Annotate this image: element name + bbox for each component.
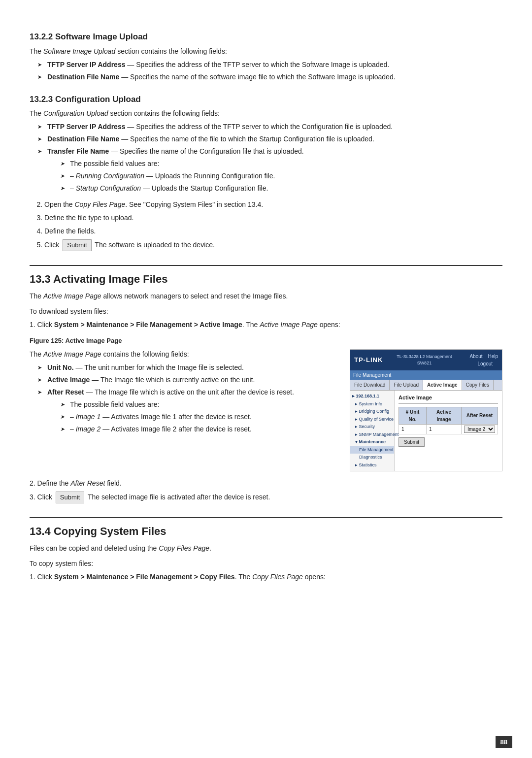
section-1323-bullets: TFTP Server IP Address — Specifies the a…	[30, 122, 502, 194]
section-134-step1: 1. Click System > Maintenance > File Man…	[30, 572, 502, 582]
sidebar-security[interactable]: ▸ Security	[350, 423, 394, 431]
section-1322-bullets: TFTP Server IP Address — Specifies the a…	[30, 60, 502, 82]
bullet-dest-file-1323: Destination File Name — Specifies the na…	[39, 134, 502, 144]
sidebar-system-info[interactable]: ▸ System Info	[350, 400, 394, 408]
th-unit-no: # Unit No.	[399, 407, 427, 424]
step-5-submit: Click Submit The software is uploaded to…	[44, 239, 502, 251]
tplink-header-links: About Help Logout	[466, 353, 498, 367]
bullet-tftp-ip-1322: TFTP Server IP Address — Specifies the a…	[39, 60, 502, 70]
after-reset-image1: – Image 1 — Activates Image file 1 after…	[62, 412, 340, 422]
bullet-after-reset: After Reset — The Image file which is ac…	[39, 387, 340, 434]
tplink-body: ▸ 192.168.1.1 ▸ System Info ▸ Bridging C…	[350, 391, 502, 471]
active-image-fields-intro: The Active Image Page contains the follo…	[30, 349, 340, 360]
tplink-sidebar: ▸ 192.168.1.1 ▸ System Info ▸ Bridging C…	[350, 391, 395, 471]
tplink-link-logout[interactable]: Logout	[477, 361, 493, 366]
tplink-page-title: Active Image	[399, 394, 498, 404]
sidebar-bridging-config[interactable]: ▸ Bridging Config	[350, 408, 394, 416]
section-1322-intro: The Software Image Upload section contai…	[30, 46, 502, 57]
th-active-image: Active Image	[427, 407, 462, 424]
section-title-1323: 13.2.3 Configuration Upload	[30, 93, 502, 106]
step-2-open: Open the Copy Files Page. See "Copying S…	[44, 199, 502, 210]
bullet-transfer-file: Transfer File Name — Specifies the name …	[39, 146, 502, 194]
tab-active-image[interactable]: Active Image	[423, 380, 462, 390]
section-1323-intro-italic: Configuration Upload	[43, 109, 108, 117]
tplink-ui-container: TP-LINK TL-SL3428 L2 Management SW821 Ab…	[350, 349, 502, 471]
sidebar-ip[interactable]: ▸ 192.168.1.1	[350, 393, 394, 400]
tplink-submit-button[interactable]: Submit	[399, 437, 425, 447]
section-133-step1: 1. Click System > Maintenance > File Man…	[30, 320, 502, 330]
section-133-intro: The Active Image Page allows network man…	[30, 291, 502, 301]
tplink-logo-area: TP-LINK	[354, 355, 383, 365]
section-1323-intro: The Configuration Upload section contain…	[30, 108, 502, 119]
steps-upload: Open the Copy Files Page. See "Copying S…	[30, 199, 502, 251]
submit-button-2[interactable]: Submit	[56, 492, 84, 503]
sub-possible-values: The possible field values are:	[62, 159, 502, 169]
active-image-text-side: The Active Image Page contains the follo…	[30, 349, 340, 471]
sidebar-statistics[interactable]: ▸ Statistics	[350, 461, 394, 469]
tplink-tabs: File Download File Upload Active Image C…	[350, 380, 502, 391]
after-reset-possible: The possible field values are:	[62, 399, 340, 410]
sub-running-config: – Running Configuration — Uploads the Ru…	[62, 171, 502, 181]
tplink-logo: TP-LINK	[354, 355, 383, 365]
step-3-click-submit: 3. Click Submit The selected image file …	[30, 492, 502, 503]
tplink-header: TP-LINK TL-SL3428 L2 Management SW821 Ab…	[350, 350, 502, 370]
th-after-reset: After Reset	[461, 407, 498, 424]
step-4-define-fields: Define the fields.	[44, 226, 502, 236]
content-with-figure-133: The Active Image Page contains the follo…	[30, 349, 502, 471]
bullet-tftp-ip-1323: TFTP Server IP Address — Specifies the a…	[39, 122, 502, 132]
after-reset-select[interactable]: Image 1 Image 2	[464, 426, 495, 433]
tab-copy-files[interactable]: Copy Files	[462, 380, 494, 390]
after-reset-image2: – Image 2 — Activates Image file 2 after…	[62, 424, 340, 434]
tplink-model: TL-SL3428 L2 Management	[397, 354, 452, 361]
section-134-copy-label: To copy system files:	[30, 559, 502, 569]
td-after-reset-val: Image 1 Image 2	[461, 424, 498, 434]
section-title-134: 13.4 Copying System Files	[30, 517, 502, 539]
tab-file-upload[interactable]: File Upload	[390, 380, 423, 390]
active-image-bullets: Unit No. — The unit number for which the…	[30, 363, 340, 434]
table-row: 1 1 Image 1 Image 2	[399, 424, 498, 434]
tplink-link-help[interactable]: Help	[488, 354, 498, 359]
tplink-model-sub: SW821	[397, 360, 452, 367]
tplink-ui-mockup: TP-LINK TL-SL3428 L2 Management SW821 Ab…	[350, 349, 502, 471]
sidebar-snmp[interactable]: ▸ SNMP Management	[350, 431, 394, 439]
figure-125-label: Figure 125: Active Image Page	[30, 336, 502, 346]
tab-file-download[interactable]: File Download	[350, 380, 390, 390]
tplink-main-content: Active Image # Unit No. Active Image Aft…	[395, 391, 502, 471]
step-2-after-reset: 2. Define the After Reset field.	[30, 478, 502, 489]
tplink-nav-title: File Management	[353, 371, 391, 379]
section-title-1322: 13.2.2 Software Image Upload	[30, 31, 502, 43]
submit-button-1[interactable]: Submit	[63, 239, 91, 251]
tplink-link-about[interactable]: About	[469, 354, 482, 359]
td-unit-no: 1	[399, 424, 427, 434]
sidebar-maintenance[interactable]: ▾ Maintenance	[350, 438, 394, 446]
bullet-unit-no: Unit No. — The unit number for which the…	[39, 363, 340, 373]
sidebar-diagnostics[interactable]: Diagnostics	[350, 454, 394, 461]
after-reset-sublist: The possible field values are: – Image 1…	[47, 399, 340, 434]
td-active-image-val: 1	[427, 424, 462, 434]
bullet-active-image: Active Image — The Image file which is c…	[39, 375, 340, 385]
section-134-intro: Files can be copied and deleted using th…	[30, 543, 502, 554]
tplink-nav-bar: File Management	[350, 370, 502, 380]
tplink-model-area: TL-SL3428 L2 Management SW821	[397, 354, 452, 367]
section-title-133: 13.3 Activating Image Files	[30, 265, 502, 287]
sidebar-file-management[interactable]: File Management	[350, 446, 394, 454]
transfer-file-sublist: The possible field values are: – Running…	[47, 159, 502, 194]
sub-startup-config: – Startup Configuration — Uploads the St…	[62, 183, 502, 194]
active-image-table: # Unit No. Active Image After Reset 1 1	[399, 407, 498, 434]
sidebar-quality-of-service[interactable]: ▸ Quality of Service	[350, 416, 394, 424]
step-3-define-type: Define the file type to upload.	[44, 213, 502, 223]
bullet-dest-file-1322: Destination File Name — Specifies the na…	[39, 72, 502, 82]
section-1322-intro-italic: Software Image Upload	[43, 47, 115, 55]
section-133-download-label: To download system files:	[30, 306, 502, 317]
